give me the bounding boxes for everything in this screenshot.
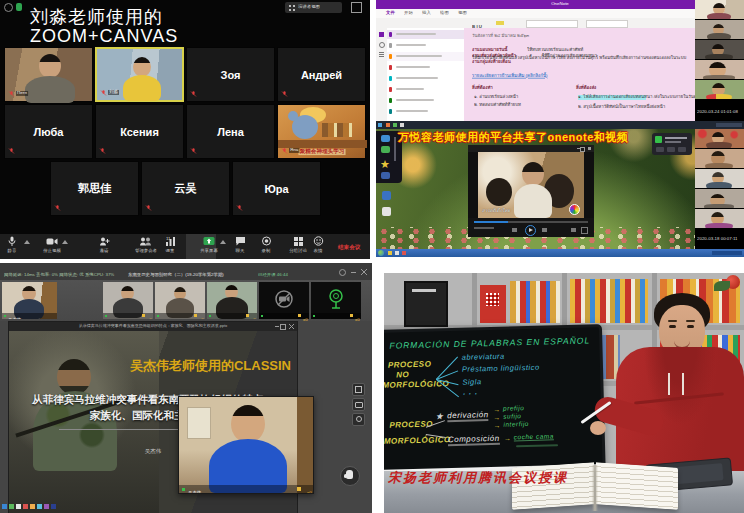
share-screen-button[interactable]: 共享屏幕	[193, 236, 225, 256]
taskbar-app-icon[interactable]	[388, 251, 392, 255]
filmstrip-video[interactable]	[695, 80, 744, 99]
section-item[interactable]	[387, 107, 464, 116]
section-item-selected[interactable]	[387, 30, 464, 39]
styles-dropdown[interactable]	[586, 20, 628, 28]
pen-tool-icon[interactable]	[381, 135, 390, 142]
section-item[interactable]	[387, 85, 464, 94]
highlight-tool-icon[interactable]	[381, 146, 390, 153]
prev-button[interactable]	[512, 228, 517, 232]
fullscreen-icon[interactable]	[351, 2, 362, 13]
highlighter-icon[interactable]	[496, 21, 504, 25]
video-tile[interactable]: 郭思佳	[50, 161, 139, 216]
student-video-tile[interactable]: x0	[155, 282, 205, 319]
taskbar-icon[interactable]	[30, 504, 35, 509]
taskbar-app-icon[interactable]	[386, 123, 390, 127]
video-tile[interactable]: Зоя	[186, 47, 275, 102]
fullscreen-player-icon[interactable]	[581, 227, 588, 234]
recent-icon[interactable]	[379, 52, 384, 53]
video-tile[interactable]: Ксения	[95, 104, 184, 159]
camera-off-tile[interactable]: x0	[259, 282, 309, 319]
system-tray[interactable]	[712, 251, 742, 255]
pptx-titlebar[interactable]: 从菲律宾马拉维冲突事件看东南亚恐怖组织的特点：家族化、国际化和主权诉求.pptx	[9, 322, 297, 331]
mute-caret-icon[interactable]	[24, 240, 30, 244]
teacher-video-tile[interactable]: 吴杰伟	[2, 282, 57, 319]
tab-draw[interactable]: 绘图	[440, 11, 449, 16]
filmstrip-video[interactable]	[695, 209, 744, 228]
taskbar-app-icon[interactable]	[400, 123, 404, 127]
taskbar-app-icon[interactable]	[393, 123, 397, 127]
video-tile-active-speaker[interactable]: 刘淼	[95, 47, 184, 102]
filmstrip-video[interactable]	[695, 40, 744, 59]
notebooks-icon[interactable]	[379, 32, 384, 37]
board-tool-button[interactable]	[352, 383, 365, 396]
desktop-icon[interactable]	[382, 207, 391, 216]
system-tray[interactable]	[716, 123, 742, 127]
pptx-maximize-icon[interactable]	[280, 324, 286, 330]
filmstrip-video[interactable]	[695, 149, 744, 168]
section-item[interactable]	[387, 52, 464, 61]
student-video-tile[interactable]: x0	[207, 282, 257, 319]
close-icon[interactable]	[361, 269, 367, 275]
share-caret-icon[interactable]	[220, 240, 226, 244]
mute-button[interactable]: 静音	[4, 236, 20, 256]
taskbar-icon[interactable]	[16, 504, 21, 509]
pptx-minimize-icon[interactable]	[275, 326, 279, 327]
play-button[interactable]	[525, 225, 536, 236]
player-close-icon[interactable]	[588, 147, 591, 150]
camera-off-tile[interactable]: x0	[311, 282, 361, 319]
section-item[interactable]	[387, 41, 464, 50]
slider-control[interactable]	[394, 137, 396, 161]
record-button[interactable]: 录制	[258, 236, 274, 256]
video-tile[interactable]: Юра	[232, 161, 321, 216]
filmstrip-video[interactable]	[695, 20, 744, 39]
gear-icon[interactable]	[4, 3, 13, 12]
student-video-tile[interactable]: x0	[103, 282, 153, 319]
taskbar-icon[interactable]	[37, 504, 42, 509]
video-tile[interactable]: 云吴	[141, 161, 230, 216]
progress-bar[interactable]	[474, 221, 588, 223]
desktop-icon[interactable]	[382, 191, 391, 200]
section-item[interactable]	[387, 96, 464, 105]
video-caret-icon[interactable]	[62, 240, 68, 244]
recorder-pause-button[interactable]	[667, 147, 675, 152]
floating-teacher-video[interactable]: 吴杰伟 x0	[178, 396, 314, 494]
stop-video-button[interactable]: 停止视频	[36, 236, 68, 256]
video-frame[interactable]: สารคดีเด็กไทย	[478, 152, 584, 218]
start-button[interactable]	[378, 123, 382, 127]
security-shield-icon[interactable]	[16, 3, 22, 11]
tab-view[interactable]: 视图	[458, 11, 467, 16]
pptx-close-icon[interactable]	[289, 324, 294, 329]
section-item[interactable]	[387, 74, 464, 83]
taskbar-app-icon[interactable]	[402, 251, 406, 255]
end-meeting-button[interactable]: 结束会议	[338, 245, 360, 251]
section-item[interactable]	[387, 63, 464, 72]
taskbar-icon[interactable]	[2, 504, 7, 509]
taskbar-icon[interactable]	[51, 504, 56, 509]
tab-file[interactable]: 文件	[386, 11, 395, 16]
raise-hand-button[interactable]	[340, 466, 360, 486]
chat-tool-button[interactable]	[352, 398, 365, 411]
filmstrip-video[interactable]	[695, 169, 744, 188]
taskbar-icon[interactable]	[9, 504, 14, 509]
video-tile[interactable]: Лена	[186, 104, 275, 159]
save-tool-icon[interactable]	[381, 172, 390, 179]
filmstrip-video[interactable]	[695, 60, 744, 79]
polls-button[interactable]: 调查	[162, 236, 178, 256]
search-icon[interactable]	[379, 42, 385, 48]
video-tile[interactable]: Люба	[4, 104, 93, 159]
video-tile[interactable]: Андрей	[277, 47, 366, 102]
taskbar-icon[interactable]	[23, 504, 28, 509]
minimize-icon[interactable]	[351, 272, 356, 273]
tab-insert[interactable]: 插入	[422, 11, 431, 16]
start-orb[interactable]	[378, 250, 384, 256]
star-tool-icon[interactable]: ★	[380, 159, 390, 170]
speaker-view-button[interactable]: 演讲者视图	[285, 2, 342, 13]
filmstrip-video[interactable]	[695, 0, 744, 19]
video-tile-cartoon[interactable]: 聚精会神埋头学习 Яна	[277, 104, 366, 159]
settings-gear-icon[interactable]	[339, 269, 346, 276]
recorder-more-button[interactable]	[678, 147, 686, 152]
reactions-button[interactable]: 表情	[310, 236, 326, 256]
video-tile[interactable]: Петя	[4, 47, 93, 102]
filmstrip-video[interactable]	[695, 189, 744, 208]
volume-icon[interactable]	[571, 228, 576, 232]
